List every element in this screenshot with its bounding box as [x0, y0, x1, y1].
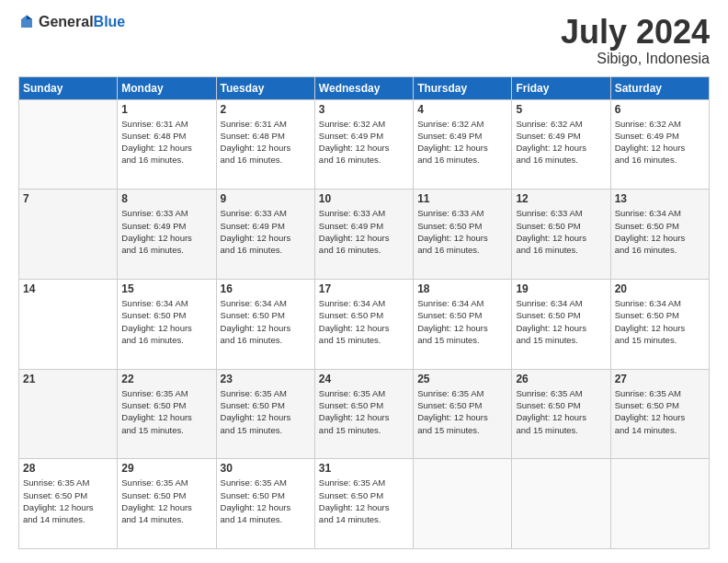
day-number: 26	[516, 373, 606, 385]
table-row: 10Sunrise: 6:33 AM Sunset: 6:49 PM Dayli…	[314, 190, 413, 280]
day-number: 10	[319, 192, 409, 205]
table-row	[610, 459, 709, 549]
table-row	[414, 459, 512, 549]
table-row: 9Sunrise: 6:33 AM Sunset: 6:49 PM Daylig…	[216, 190, 314, 280]
day-info: Sunrise: 6:35 AM Sunset: 6:50 PM Dayligh…	[417, 387, 507, 436]
day-info: Sunrise: 6:31 AM Sunset: 6:48 PM Dayligh…	[121, 118, 211, 167]
day-number: 3	[319, 103, 409, 116]
day-info: Sunrise: 6:33 AM Sunset: 6:49 PM Dayligh…	[319, 207, 409, 256]
day-info: Sunrise: 6:35 AM Sunset: 6:50 PM Dayligh…	[615, 387, 705, 436]
day-number: 29	[121, 462, 211, 475]
week-row-3: 1415Sunrise: 6:34 AM Sunset: 6:50 PM Day…	[19, 279, 710, 369]
day-info: Sunrise: 6:35 AM Sunset: 6:50 PM Dayligh…	[319, 477, 409, 525]
title-block: July 2024 Sibigo, Indonesia	[561, 14, 710, 67]
day-number: 30	[221, 462, 311, 475]
week-row-5: 28Sunrise: 6:35 AM Sunset: 6:50 PM Dayli…	[19, 459, 710, 549]
day-number: 27	[615, 373, 705, 385]
day-info: Sunrise: 6:35 AM Sunset: 6:50 PM Dayligh…	[121, 477, 211, 525]
table-row: 22Sunrise: 6:35 AM Sunset: 6:50 PM Dayli…	[118, 369, 216, 459]
table-row: 29Sunrise: 6:35 AM Sunset: 6:50 PM Dayli…	[118, 459, 216, 549]
table-row: 21	[19, 369, 118, 459]
day-number: 16	[221, 282, 311, 295]
day-info: Sunrise: 6:35 AM Sunset: 6:50 PM Dayligh…	[221, 387, 311, 436]
day-number: 23	[221, 373, 311, 385]
col-wednesday: Wednesday	[314, 76, 413, 99]
day-info: Sunrise: 6:32 AM Sunset: 6:49 PM Dayligh…	[417, 118, 507, 167]
week-row-2: 78Sunrise: 6:33 AM Sunset: 6:49 PM Dayli…	[19, 190, 710, 280]
col-thursday: Thursday	[414, 76, 512, 99]
day-number: 17	[319, 282, 409, 295]
logo-general: General	[39, 14, 94, 29]
table-row: 27Sunrise: 6:35 AM Sunset: 6:50 PM Dayli…	[610, 369, 709, 459]
table-row: 5Sunrise: 6:32 AM Sunset: 6:49 PM Daylig…	[512, 99, 610, 190]
table-row	[19, 99, 118, 190]
day-info: Sunrise: 6:33 AM Sunset: 6:49 PM Dayligh…	[121, 207, 211, 256]
col-sunday: Sunday	[19, 76, 118, 99]
day-number: 24	[319, 373, 409, 385]
col-monday: Monday	[118, 76, 216, 99]
table-row: 24Sunrise: 6:35 AM Sunset: 6:50 PM Dayli…	[314, 369, 413, 459]
col-saturday: Saturday	[610, 76, 709, 99]
day-info: Sunrise: 6:33 AM Sunset: 6:50 PM Dayligh…	[516, 207, 606, 256]
table-row: 12Sunrise: 6:33 AM Sunset: 6:50 PM Dayli…	[512, 190, 610, 280]
header-row: Sunday Monday Tuesday Wednesday Thursday…	[19, 76, 710, 99]
day-info: Sunrise: 6:34 AM Sunset: 6:50 PM Dayligh…	[615, 297, 705, 346]
day-number: 5	[516, 103, 606, 116]
location: Sibigo, Indonesia	[561, 51, 710, 67]
logo-icon	[18, 14, 35, 30]
day-number: 20	[615, 282, 705, 295]
day-number: 15	[121, 282, 211, 295]
table-row: 14	[19, 279, 118, 369]
day-info: Sunrise: 6:35 AM Sunset: 6:50 PM Dayligh…	[516, 387, 606, 436]
table-row: 30Sunrise: 6:35 AM Sunset: 6:50 PM Dayli…	[216, 459, 314, 549]
day-info: Sunrise: 6:34 AM Sunset: 6:50 PM Dayligh…	[319, 297, 409, 346]
table-row: 2Sunrise: 6:31 AM Sunset: 6:48 PM Daylig…	[216, 99, 314, 190]
table-row: 13Sunrise: 6:34 AM Sunset: 6:50 PM Dayli…	[610, 190, 709, 280]
day-info: Sunrise: 6:35 AM Sunset: 6:50 PM Dayligh…	[23, 477, 113, 525]
col-friday: Friday	[512, 76, 610, 99]
day-info: Sunrise: 6:34 AM Sunset: 6:50 PM Dayligh…	[417, 297, 507, 346]
table-row: 23Sunrise: 6:35 AM Sunset: 6:50 PM Dayli…	[216, 369, 314, 459]
day-info: Sunrise: 6:33 AM Sunset: 6:49 PM Dayligh…	[221, 207, 311, 256]
day-info: Sunrise: 6:35 AM Sunset: 6:50 PM Dayligh…	[121, 387, 211, 436]
table-row: 7	[19, 190, 118, 280]
logo-blue: Blue	[94, 14, 126, 29]
table-row: 28Sunrise: 6:35 AM Sunset: 6:50 PM Dayli…	[19, 459, 118, 549]
col-tuesday: Tuesday	[216, 76, 314, 99]
table-row: 3Sunrise: 6:32 AM Sunset: 6:49 PM Daylig…	[314, 99, 413, 190]
calendar-table: Sunday Monday Tuesday Wednesday Thursday…	[18, 76, 710, 549]
day-number: 1	[121, 103, 211, 116]
day-info: Sunrise: 6:34 AM Sunset: 6:50 PM Dayligh…	[615, 207, 705, 256]
table-row: 6Sunrise: 6:32 AM Sunset: 6:49 PM Daylig…	[610, 99, 709, 190]
table-row: 25Sunrise: 6:35 AM Sunset: 6:50 PM Dayli…	[414, 369, 512, 459]
day-number: 13	[615, 192, 705, 205]
table-row	[512, 459, 610, 549]
day-number: 19	[516, 282, 606, 295]
page: GeneralBlue July 2024 Sibigo, Indonesia …	[0, 0, 728, 563]
table-row: 17Sunrise: 6:34 AM Sunset: 6:50 PM Dayli…	[314, 279, 413, 369]
day-number: 7	[23, 192, 113, 205]
day-info: Sunrise: 6:32 AM Sunset: 6:49 PM Dayligh…	[516, 118, 606, 167]
day-info: Sunrise: 6:34 AM Sunset: 6:50 PM Dayligh…	[121, 297, 211, 346]
day-info: Sunrise: 6:32 AM Sunset: 6:49 PM Dayligh…	[319, 118, 409, 167]
table-row: 4Sunrise: 6:32 AM Sunset: 6:49 PM Daylig…	[414, 99, 512, 190]
header: GeneralBlue July 2024 Sibigo, Indonesia	[18, 14, 710, 67]
week-row-1: 1Sunrise: 6:31 AM Sunset: 6:48 PM Daylig…	[19, 99, 710, 190]
month-title: July 2024	[561, 14, 710, 51]
logo-text: GeneralBlue	[39, 14, 125, 30]
table-row: 19Sunrise: 6:34 AM Sunset: 6:50 PM Dayli…	[512, 279, 610, 369]
table-row: 26Sunrise: 6:35 AM Sunset: 6:50 PM Dayli…	[512, 369, 610, 459]
week-row-4: 2122Sunrise: 6:35 AM Sunset: 6:50 PM Day…	[19, 369, 710, 459]
day-number: 25	[417, 373, 507, 385]
logo: GeneralBlue	[18, 14, 125, 30]
table-row: 15Sunrise: 6:34 AM Sunset: 6:50 PM Dayli…	[118, 279, 216, 369]
day-number: 8	[121, 192, 211, 205]
day-info: Sunrise: 6:35 AM Sunset: 6:50 PM Dayligh…	[221, 477, 311, 525]
day-number: 21	[23, 373, 113, 385]
day-number: 2	[221, 103, 311, 116]
day-info: Sunrise: 6:34 AM Sunset: 6:50 PM Dayligh…	[221, 297, 311, 346]
day-number: 12	[516, 192, 606, 205]
table-row: 18Sunrise: 6:34 AM Sunset: 6:50 PM Dayli…	[414, 279, 512, 369]
day-number: 31	[319, 462, 409, 475]
day-number: 9	[221, 192, 311, 205]
